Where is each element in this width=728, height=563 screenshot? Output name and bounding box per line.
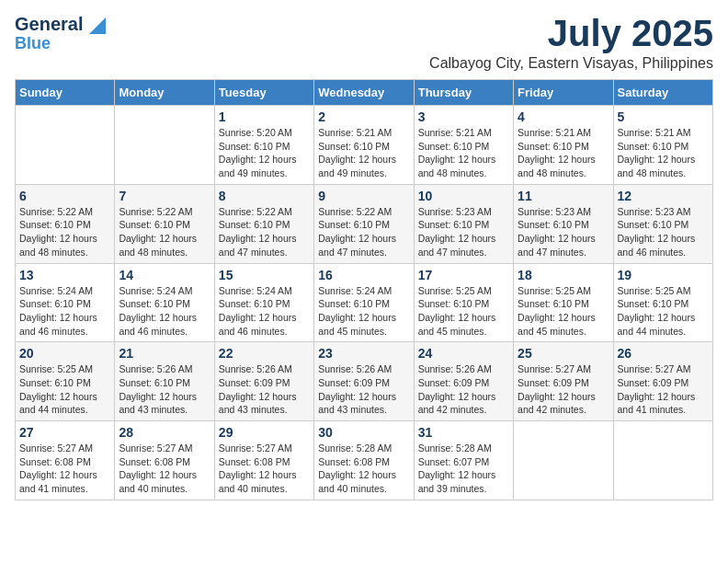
calendar-day-header: Saturday xyxy=(613,80,712,106)
day-info: Sunrise: 5:27 AM Sunset: 6:09 PM Dayligh… xyxy=(518,362,609,417)
day-info: Sunrise: 5:21 AM Sunset: 6:10 PM Dayligh… xyxy=(618,126,709,180)
day-number: 26 xyxy=(618,346,709,361)
day-info: Sunrise: 5:22 AM Sunset: 6:10 PM Dayligh… xyxy=(219,205,310,259)
day-info: Sunrise: 5:24 AM Sunset: 6:10 PM Dayligh… xyxy=(219,284,310,339)
day-info: Sunrise: 5:27 AM Sunset: 6:08 PM Dayligh… xyxy=(19,442,110,496)
day-info: Sunrise: 5:24 AM Sunset: 6:10 PM Dayligh… xyxy=(119,284,210,339)
day-number: 20 xyxy=(19,346,110,361)
logo: General Blue xyxy=(15,15,106,53)
day-number: 1 xyxy=(219,109,310,124)
day-number: 12 xyxy=(618,189,709,203)
day-number: 28 xyxy=(119,425,210,440)
calendar-day-header: Sunday xyxy=(16,80,115,106)
day-number: 6 xyxy=(19,189,110,203)
day-number: 30 xyxy=(318,425,409,440)
day-number: 25 xyxy=(518,346,609,361)
main-title: July 2025 xyxy=(429,15,713,52)
title-section: July 2025 Calbayog City, Eastern Visayas… xyxy=(429,15,713,72)
day-number: 29 xyxy=(219,425,310,440)
calendar-day-header: Thursday xyxy=(414,80,513,106)
calendar-day-cell: 5Sunrise: 5:21 AM Sunset: 6:10 PM Daylig… xyxy=(613,106,712,185)
calendar-day-cell: 31Sunrise: 5:28 AM Sunset: 6:07 PM Dayli… xyxy=(414,421,513,500)
calendar-day-cell xyxy=(514,421,613,500)
calendar-day-cell: 27Sunrise: 5:27 AM Sunset: 6:08 PM Dayli… xyxy=(16,421,115,500)
calendar-day-cell: 25Sunrise: 5:27 AM Sunset: 6:09 PM Dayli… xyxy=(514,342,613,421)
calendar-day-cell: 24Sunrise: 5:26 AM Sunset: 6:09 PM Dayli… xyxy=(414,342,513,421)
calendar-day-cell: 17Sunrise: 5:25 AM Sunset: 6:10 PM Dayli… xyxy=(414,263,513,342)
calendar-day-cell: 11Sunrise: 5:23 AM Sunset: 6:10 PM Dayli… xyxy=(514,184,613,263)
day-number: 14 xyxy=(119,268,210,282)
day-number: 16 xyxy=(318,268,409,282)
calendar-day-cell: 28Sunrise: 5:27 AM Sunset: 6:08 PM Dayli… xyxy=(115,421,214,500)
calendar-week-row: 1Sunrise: 5:20 AM Sunset: 6:10 PM Daylig… xyxy=(16,106,713,185)
calendar-day-cell: 29Sunrise: 5:27 AM Sunset: 6:08 PM Dayli… xyxy=(214,421,313,500)
day-info: Sunrise: 5:25 AM Sunset: 6:10 PM Dayligh… xyxy=(518,284,609,339)
day-number: 13 xyxy=(19,268,110,282)
day-number: 15 xyxy=(219,268,310,282)
day-number: 21 xyxy=(119,346,210,361)
day-number: 9 xyxy=(318,189,409,203)
calendar-day-cell: 15Sunrise: 5:24 AM Sunset: 6:10 PM Dayli… xyxy=(214,263,313,342)
calendar-week-row: 13Sunrise: 5:24 AM Sunset: 6:10 PM Dayli… xyxy=(16,263,713,342)
day-number: 18 xyxy=(518,268,609,282)
day-number: 8 xyxy=(219,189,310,203)
calendar-day-cell: 7Sunrise: 5:22 AM Sunset: 6:10 PM Daylig… xyxy=(115,184,214,263)
calendar-day-cell: 1Sunrise: 5:20 AM Sunset: 6:10 PM Daylig… xyxy=(214,106,313,185)
calendar-table: SundayMondayTuesdayWednesdayThursdayFrid… xyxy=(15,79,713,500)
day-number: 23 xyxy=(318,346,409,361)
calendar-day-cell: 18Sunrise: 5:25 AM Sunset: 6:10 PM Dayli… xyxy=(514,263,613,342)
calendar-day-cell: 4Sunrise: 5:21 AM Sunset: 6:10 PM Daylig… xyxy=(514,106,613,185)
day-info: Sunrise: 5:27 AM Sunset: 6:08 PM Dayligh… xyxy=(219,442,310,496)
svg-marker-0 xyxy=(89,17,106,34)
calendar-day-cell: 19Sunrise: 5:25 AM Sunset: 6:10 PM Dayli… xyxy=(613,263,712,342)
calendar-day-cell: 23Sunrise: 5:26 AM Sunset: 6:09 PM Dayli… xyxy=(314,342,414,421)
day-number: 22 xyxy=(219,346,310,361)
calendar-day-cell: 13Sunrise: 5:24 AM Sunset: 6:10 PM Dayli… xyxy=(16,263,115,342)
day-info: Sunrise: 5:23 AM Sunset: 6:10 PM Dayligh… xyxy=(518,205,609,259)
logo-blue-line: Blue xyxy=(15,34,106,53)
calendar-body: 1Sunrise: 5:20 AM Sunset: 6:10 PM Daylig… xyxy=(16,106,713,500)
day-number: 24 xyxy=(418,346,509,361)
day-number: 5 xyxy=(618,109,709,124)
calendar-header-row: SundayMondayTuesdayWednesdayThursdayFrid… xyxy=(16,80,713,106)
calendar-day-cell: 30Sunrise: 5:28 AM Sunset: 6:08 PM Dayli… xyxy=(314,421,414,500)
calendar-week-row: 27Sunrise: 5:27 AM Sunset: 6:08 PM Dayli… xyxy=(16,421,713,500)
day-number: 27 xyxy=(19,425,110,440)
logo-general-text: General xyxy=(15,14,83,34)
day-number: 19 xyxy=(618,268,709,282)
calendar-day-cell xyxy=(16,106,115,185)
calendar-day-cell: 16Sunrise: 5:24 AM Sunset: 6:10 PM Dayli… xyxy=(314,263,414,342)
day-info: Sunrise: 5:27 AM Sunset: 6:09 PM Dayligh… xyxy=(618,362,709,417)
day-info: Sunrise: 5:24 AM Sunset: 6:10 PM Dayligh… xyxy=(19,284,110,339)
calendar-day-cell: 10Sunrise: 5:23 AM Sunset: 6:10 PM Dayli… xyxy=(414,184,513,263)
calendar-week-row: 6Sunrise: 5:22 AM Sunset: 6:10 PM Daylig… xyxy=(16,184,713,263)
day-info: Sunrise: 5:20 AM Sunset: 6:10 PM Dayligh… xyxy=(219,126,310,180)
day-number: 17 xyxy=(418,268,509,282)
day-number: 10 xyxy=(418,189,509,203)
calendar-day-cell: 9Sunrise: 5:22 AM Sunset: 6:10 PM Daylig… xyxy=(314,184,414,263)
day-number: 11 xyxy=(518,189,609,203)
calendar-day-header: Wednesday xyxy=(314,80,414,106)
day-info: Sunrise: 5:26 AM Sunset: 6:09 PM Dayligh… xyxy=(219,362,310,417)
calendar-day-cell: 20Sunrise: 5:25 AM Sunset: 6:10 PM Dayli… xyxy=(16,342,115,421)
day-info: Sunrise: 5:26 AM Sunset: 6:10 PM Dayligh… xyxy=(119,362,210,417)
calendar-header: SundayMondayTuesdayWednesdayThursdayFrid… xyxy=(16,80,713,106)
calendar-day-cell xyxy=(613,421,712,500)
calendar-day-header: Tuesday xyxy=(214,80,313,106)
calendar-day-cell xyxy=(115,106,214,185)
day-number: 7 xyxy=(119,189,210,203)
calendar-day-cell: 21Sunrise: 5:26 AM Sunset: 6:10 PM Dayli… xyxy=(115,342,214,421)
day-number: 4 xyxy=(518,109,609,124)
day-info: Sunrise: 5:21 AM Sunset: 6:10 PM Dayligh… xyxy=(518,126,609,180)
day-number: 31 xyxy=(418,425,509,440)
day-number: 3 xyxy=(418,109,509,124)
calendar-day-cell: 2Sunrise: 5:21 AM Sunset: 6:10 PM Daylig… xyxy=(314,106,414,185)
calendar-week-row: 20Sunrise: 5:25 AM Sunset: 6:10 PM Dayli… xyxy=(16,342,713,421)
calendar-day-cell: 12Sunrise: 5:23 AM Sunset: 6:10 PM Dayli… xyxy=(613,184,712,263)
day-info: Sunrise: 5:28 AM Sunset: 6:08 PM Dayligh… xyxy=(318,442,409,496)
calendar-day-header: Monday xyxy=(115,80,214,106)
day-info: Sunrise: 5:23 AM Sunset: 6:10 PM Dayligh… xyxy=(618,205,709,259)
calendar-day-cell: 8Sunrise: 5:22 AM Sunset: 6:10 PM Daylig… xyxy=(214,184,313,263)
calendar-day-cell: 26Sunrise: 5:27 AM Sunset: 6:09 PM Dayli… xyxy=(613,342,712,421)
day-info: Sunrise: 5:22 AM Sunset: 6:10 PM Dayligh… xyxy=(119,205,210,259)
